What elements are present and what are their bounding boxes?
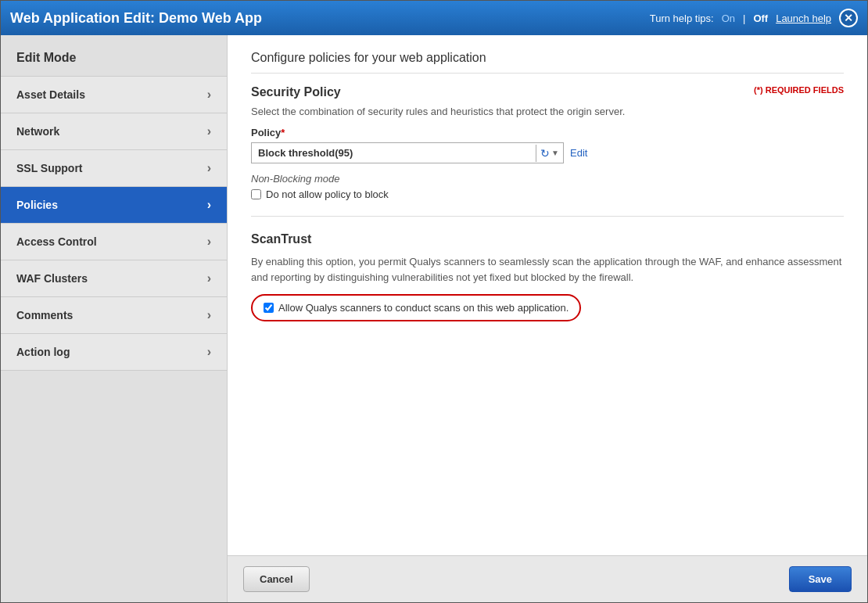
chevron-right-icon: ›: [207, 88, 211, 102]
sidebar-item-waf-clusters[interactable]: WAF Clusters ›: [1, 260, 227, 297]
sidebar-item-policies[interactable]: Policies ›: [1, 186, 227, 224]
security-policy-desc: Select the combination of security rules…: [251, 106, 844, 117]
sidebar: Edit Mode Asset Details › Network › SSL …: [1, 35, 228, 602]
policy-select-icons: ↻ ▼: [536, 145, 563, 162]
chevron-right-icon: ›: [207, 345, 211, 359]
required-fields-note: (*) REQUIRED FIELDS: [754, 85, 844, 95]
policy-select[interactable]: Block threshold(95) ↻ ▼: [251, 142, 564, 163]
sidebar-title: Edit Mode: [1, 43, 227, 77]
sidebar-spacer: [1, 371, 227, 602]
security-policy-title: Security Policy: [251, 85, 341, 99]
help-off-link[interactable]: Off: [753, 13, 768, 24]
sidebar-item-ssl-support[interactable]: SSL Support ›: [1, 149, 227, 187]
scantrust-desc: By enabling this option, you permit Qual…: [251, 254, 844, 285]
sidebar-item-network[interactable]: Network ›: [1, 113, 227, 150]
main-content: Configure policies for your web applicat…: [228, 35, 867, 555]
save-button[interactable]: Save: [789, 566, 852, 592]
app-window: Web Application Edit: Demo Web App Turn …: [0, 0, 868, 603]
sidebar-item-label: WAF Clusters: [16, 272, 88, 285]
help-separator: |: [743, 13, 745, 24]
chevron-right-icon: ›: [207, 235, 211, 249]
edit-policy-link[interactable]: Edit: [570, 147, 587, 159]
cancel-button[interactable]: Cancel: [243, 566, 310, 592]
body: Edit Mode Asset Details › Network › SSL …: [1, 35, 867, 602]
policy-field-label: Policy*: [251, 127, 844, 138]
section-header: Security Policy (*) REQUIRED FIELDS: [251, 85, 844, 99]
non-blocking-row: Do not allow policy to block: [251, 188, 844, 200]
help-on-link[interactable]: On: [722, 13, 735, 24]
non-blocking-checkbox[interactable]: [251, 189, 261, 199]
chevron-right-icon: ›: [207, 198, 211, 212]
sidebar-item-comments[interactable]: Comments ›: [1, 296, 227, 334]
scantrust-checkbox[interactable]: [264, 303, 274, 313]
chevron-right-icon: ›: [207, 161, 211, 175]
sidebar-item-label: SSL Support: [16, 162, 83, 174]
header: Web Application Edit: Demo Web App Turn …: [1, 1, 867, 35]
sidebar-item-label: Policies: [16, 199, 58, 211]
sidebar-item-label: Asset Details: [16, 88, 85, 101]
sidebar-item-label: Action log: [16, 346, 70, 358]
sidebar-item-label: Access Control: [16, 235, 97, 248]
scantrust-section: ScanTrust By enabling this option, you p…: [251, 232, 844, 321]
sidebar-item-action-log[interactable]: Action log ›: [1, 333, 227, 371]
chevron-right-icon: ›: [207, 124, 211, 138]
sidebar-item-label: Comments: [16, 309, 73, 321]
refresh-icon[interactable]: ↻: [540, 147, 550, 160]
scantrust-checkbox-box[interactable]: Allow Qualys scanners to conduct scans o…: [251, 294, 581, 321]
launch-help-link[interactable]: Launch help: [776, 13, 831, 24]
sidebar-item-access-control[interactable]: Access Control ›: [1, 223, 227, 260]
non-blocking-label: Non-Blocking mode: [251, 173, 844, 185]
security-policy-section: Security Policy (*) REQUIRED FIELDS Sele…: [251, 85, 844, 200]
non-blocking-checkbox-label[interactable]: Do not allow policy to block: [266, 188, 389, 200]
chevron-right-icon: ›: [207, 308, 211, 322]
sidebar-item-label: Network: [16, 125, 59, 138]
scantrust-checkbox-label[interactable]: Allow Qualys scanners to conduct scans o…: [278, 302, 569, 314]
footer: Cancel Save: [228, 555, 867, 602]
chevron-right-icon: ›: [207, 271, 211, 285]
section-divider: [251, 216, 844, 217]
header-controls: Turn help tips: On | Off Launch help ✕: [650, 9, 858, 27]
window-title: Web Application Edit: Demo Web App: [10, 10, 262, 27]
sidebar-item-asset-details[interactable]: Asset Details ›: [1, 76, 227, 113]
help-tips-label: Turn help tips:: [650, 13, 714, 24]
scantrust-title: ScanTrust: [251, 232, 844, 246]
main-panel: Configure policies for your web applicat…: [228, 35, 867, 602]
close-button[interactable]: ✕: [839, 9, 858, 27]
dropdown-icon[interactable]: ▼: [551, 149, 559, 157]
page-title: Configure policies for your web applicat…: [251, 51, 844, 74]
policy-value: Block threshold(95): [252, 143, 536, 163]
policy-row: Block threshold(95) ↻ ▼ Edit: [251, 142, 844, 163]
